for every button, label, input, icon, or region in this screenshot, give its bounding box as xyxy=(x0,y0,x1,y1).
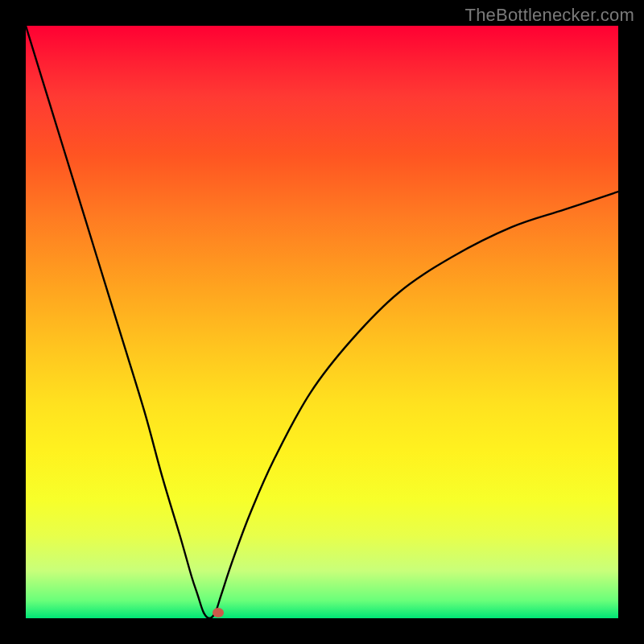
chart-frame: TheBottlenecker.com xyxy=(0,0,644,644)
plot-area xyxy=(26,26,618,618)
optimal-point-marker xyxy=(213,608,224,617)
bottleneck-curve xyxy=(26,26,618,618)
attribution-label: TheBottlenecker.com xyxy=(465,5,634,26)
